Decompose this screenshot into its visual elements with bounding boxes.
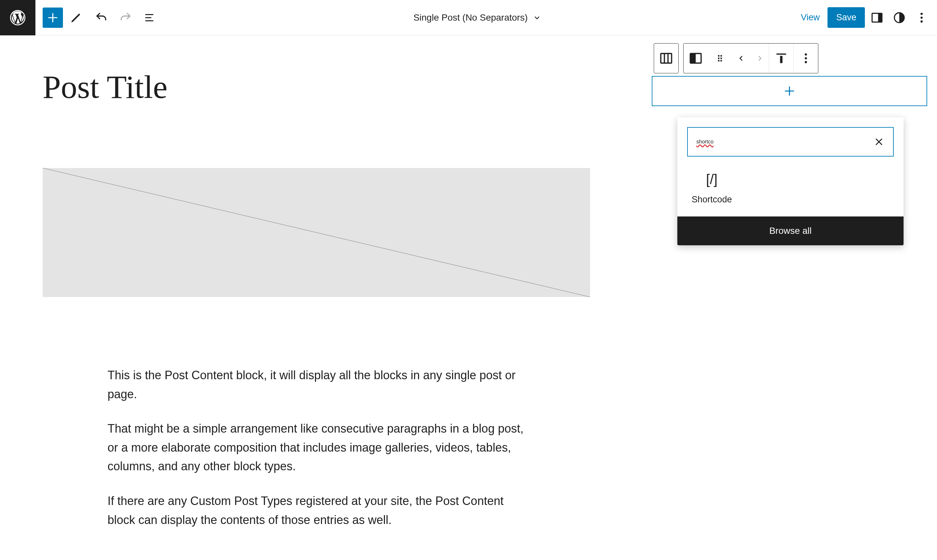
- settings-sidebar-toggle[interactable]: [867, 8, 887, 28]
- sidebar-panel-icon: [871, 11, 884, 24]
- block-options-icon: [799, 52, 812, 65]
- inserter-search-field[interactable]: shortco: [687, 127, 894, 157]
- post-content-paragraph: That might be a simple arrangement like …: [108, 419, 527, 476]
- inserter-result-shortcode[interactable]: [/] Shortcode: [687, 172, 736, 205]
- svg-point-16: [720, 58, 722, 59]
- wordpress-logo[interactable]: [0, 0, 36, 35]
- main-content-column: Post Title This is the Post Content bloc…: [0, 35, 652, 560]
- post-content-paragraph: This is the Post Content block, it will …: [108, 366, 527, 403]
- undo-icon: [95, 11, 108, 24]
- options-menu-button[interactable]: [911, 8, 932, 28]
- drag-handle[interactable]: [708, 43, 732, 73]
- block-type-button[interactable]: [684, 43, 708, 73]
- post-content-paragraph: If there are any Custom Post Types regis…: [108, 492, 527, 529]
- parent-block-selector[interactable]: [654, 43, 679, 73]
- post-content-block[interactable]: This is the Post Content block, it will …: [108, 366, 527, 529]
- sidebar-column-area: shortco [/] Shortcode Browse all: [652, 35, 937, 560]
- move-left-icon: [737, 52, 745, 65]
- svg-rect-2: [878, 13, 882, 22]
- editor-top-bar: Single Post (No Separators) View Save: [0, 0, 937, 35]
- tools-icon: [71, 11, 83, 24]
- more-menu-icon: [915, 11, 928, 24]
- save-button[interactable]: Save: [827, 7, 865, 28]
- placeholder-diagonal: [43, 168, 590, 297]
- redo-icon: [119, 11, 132, 24]
- svg-point-6: [921, 20, 923, 23]
- svg-rect-12: [690, 53, 696, 63]
- svg-point-22: [805, 57, 807, 60]
- add-block-icon: [46, 11, 59, 24]
- styles-icon: [893, 11, 906, 24]
- block-options-button[interactable]: [794, 43, 818, 73]
- template-name[interactable]: Single Post (No Separators): [414, 12, 528, 23]
- quick-inserter-popover: shortco [/] Shortcode Browse all: [677, 117, 903, 245]
- move-left-button[interactable]: [732, 43, 750, 73]
- svg-point-23: [805, 61, 807, 63]
- svg-point-5: [921, 16, 923, 18]
- styles-toggle[interactable]: [889, 8, 909, 28]
- svg-rect-8: [661, 53, 672, 63]
- add-block-icon: [783, 85, 796, 97]
- svg-point-15: [718, 58, 719, 59]
- drag-handle-icon: [715, 51, 725, 66]
- chevron-down-icon[interactable]: [533, 13, 542, 22]
- close-icon[interactable]: [874, 136, 885, 148]
- toggle-block-inserter-button[interactable]: [43, 8, 63, 28]
- shortcode-block-icon: [/]: [687, 172, 736, 187]
- post-title-block[interactable]: Post Title: [43, 68, 609, 106]
- toolbar-right: View Save: [795, 7, 937, 28]
- inserter-results: [/] Shortcode: [677, 166, 903, 217]
- align-top-icon: [774, 51, 789, 66]
- block-toolbar-main: [683, 43, 818, 73]
- vertical-align-button[interactable]: [769, 43, 793, 73]
- svg-point-18: [720, 60, 722, 62]
- featured-image-placeholder[interactable]: [43, 168, 590, 297]
- tools-button[interactable]: [67, 8, 87, 28]
- column-block-icon: [688, 51, 703, 66]
- view-button[interactable]: View: [795, 9, 826, 26]
- document-overview-button[interactable]: [140, 8, 160, 28]
- redo-button[interactable]: [116, 8, 136, 28]
- toolbar-center: Single Post (No Separators): [160, 12, 795, 23]
- columns-block-icon: [659, 51, 673, 66]
- editor-canvas: Post Title This is the Post Content bloc…: [0, 35, 937, 560]
- selected-column-block[interactable]: [652, 76, 927, 106]
- svg-point-13: [718, 55, 719, 57]
- move-right-button[interactable]: [750, 43, 769, 73]
- svg-rect-20: [780, 56, 782, 63]
- browse-all-button[interactable]: Browse all: [677, 217, 903, 245]
- svg-point-17: [718, 60, 719, 62]
- svg-line-7: [43, 168, 590, 297]
- inserter-search-value: shortco: [696, 139, 713, 145]
- move-right-icon: [756, 52, 764, 65]
- svg-point-4: [921, 13, 923, 15]
- list-view-icon: [144, 11, 156, 24]
- toolbar-left: [36, 8, 160, 28]
- svg-point-21: [805, 53, 807, 56]
- undo-button[interactable]: [91, 8, 111, 28]
- block-toolbar: [654, 43, 937, 73]
- inserter-result-label: Shortcode: [687, 194, 736, 205]
- svg-point-14: [720, 55, 722, 57]
